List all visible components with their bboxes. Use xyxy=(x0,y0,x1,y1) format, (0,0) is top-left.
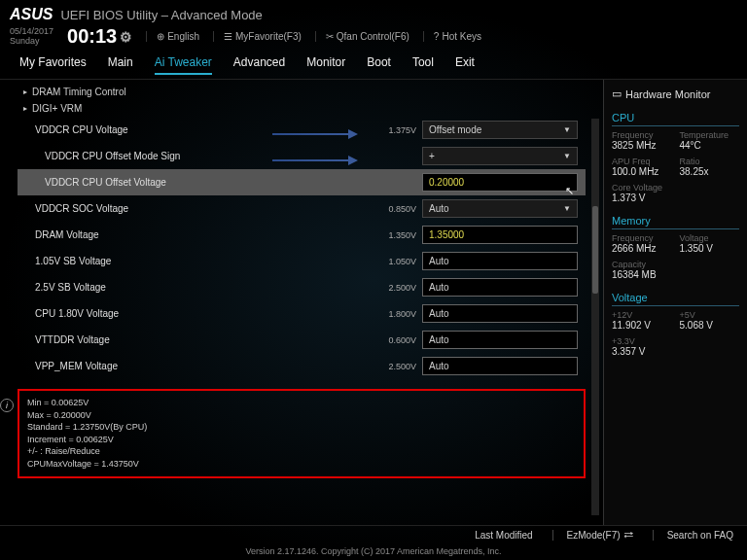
setting-25v-sb[interactable]: 2.5V SB Voltage 2.500V Auto xyxy=(18,274,586,300)
dropdown-soc[interactable]: Auto▼ xyxy=(422,199,578,218)
input-cpu180[interactable]: Auto xyxy=(422,304,578,323)
brand-logo: ASUS xyxy=(10,6,53,23)
ezmode-button[interactable]: EzMode(F7)⮂ xyxy=(552,530,633,541)
scrollbar-thumb[interactable] xyxy=(592,206,598,294)
setting-vddcr-soc[interactable]: VDDCR SOC Voltage 0.850V Auto▼ xyxy=(18,195,586,222)
setting-vddcr-cpu-voltage[interactable]: VDDCR CPU Voltage 1.375V Offset mode▼ xyxy=(18,117,586,143)
hw-section-voltage: Voltage xyxy=(612,286,739,306)
tab-main[interactable]: Main xyxy=(108,55,133,75)
input-offset-voltage[interactable]: 0.20000 xyxy=(422,173,578,192)
question-icon: ? xyxy=(434,31,440,42)
setting-vpp-mem[interactable]: VPP_MEM Voltage 2.500V Auto xyxy=(18,353,586,379)
setting-dram-voltage[interactable]: DRAM Voltage 1.350V 1.35000 xyxy=(18,222,586,248)
main-tabs: My Favorites Main Ai Tweaker Advanced Mo… xyxy=(0,50,747,80)
last-modified-button[interactable]: Last Modified xyxy=(475,530,532,541)
tree-item-digi-vrm[interactable]: ▸DIGI+ VRM xyxy=(18,100,586,117)
version-text: Version 2.17.1246. Copyright (C) 2017 Am… xyxy=(0,544,747,560)
dropdown-offset-mode[interactable]: Offset mode▼ xyxy=(422,121,578,139)
input-vttddr[interactable]: Auto xyxy=(422,331,578,349)
chevron-down-icon: ▼ xyxy=(563,125,571,134)
tab-exit[interactable]: Exit xyxy=(455,55,475,75)
cursor-icon: ↖ xyxy=(565,185,574,197)
settings-panel: ↖ ▸DRAM Timing Control ▸DIGI+ VRM VDDCR … xyxy=(0,80,603,525)
search-faq-button[interactable]: Search on FAQ xyxy=(653,530,733,541)
tab-boot[interactable]: Boot xyxy=(367,55,391,75)
hw-section-memory: Memory xyxy=(612,209,739,229)
input-105sb[interactable]: Auto xyxy=(422,252,578,270)
app-title: UEFI BIOS Utility – Advanced Mode xyxy=(60,8,262,22)
info-icon: i xyxy=(0,399,14,412)
monitor-icon: ▭ xyxy=(612,88,622,100)
tab-ai-tweaker[interactable]: Ai Tweaker xyxy=(155,55,212,75)
setting-offset-voltage[interactable]: VDDCR CPU Offset Voltage 0.20000 xyxy=(18,169,586,195)
language-selector[interactable]: ⊕ English xyxy=(146,31,199,42)
hw-section-cpu: CPU xyxy=(612,106,739,126)
fan-icon: ✂ xyxy=(326,31,334,42)
input-25sb[interactable]: Auto xyxy=(422,278,578,297)
chevron-down-icon: ▼ xyxy=(563,204,571,213)
hotkeys-button[interactable]: ? Hot Keys xyxy=(423,31,481,42)
favorites-button[interactable]: ☰ MyFavorite(F3) xyxy=(213,31,302,42)
tab-tool[interactable]: Tool xyxy=(412,55,434,75)
setting-vttddr[interactable]: VTTDDR Voltage 0.600V Auto xyxy=(18,327,586,353)
chevron-down-icon: ▼ xyxy=(563,152,571,160)
scrollbar[interactable] xyxy=(591,119,599,515)
globe-icon: ⊕ xyxy=(157,31,164,42)
info-box: i Min = 0.00625V Max = 0.20000V Standard… xyxy=(18,389,586,478)
list-icon: ☰ xyxy=(224,31,232,42)
hardware-monitor-panel: ▭Hardware Monitor CPU Frequency3825 MHz … xyxy=(603,80,747,525)
input-dram-voltage[interactable]: 1.35000 xyxy=(422,226,578,244)
setting-105v-sb[interactable]: 1.05V SB Voltage 1.050V Auto xyxy=(18,248,586,274)
setting-offset-mode-sign[interactable]: VDDCR CPU Offset Mode Sign +▼ xyxy=(18,143,586,169)
tab-advanced[interactable]: Advanced xyxy=(233,55,285,75)
setting-cpu-180v[interactable]: CPU 1.80V Voltage 1.800V Auto xyxy=(18,300,586,327)
gear-icon[interactable]: ⚙ xyxy=(120,29,132,45)
tree-item-dram-timing[interactable]: ▸DRAM Timing Control xyxy=(18,84,586,100)
qfan-button[interactable]: ✂ Qfan Control(F6) xyxy=(315,31,409,42)
tab-monitor[interactable]: Monitor xyxy=(306,55,345,75)
tab-favorites[interactable]: My Favorites xyxy=(19,55,87,75)
input-vppmem[interactable]: Auto xyxy=(422,357,578,375)
clock-time: 00:13 xyxy=(67,25,117,48)
dropdown-sign[interactable]: +▼ xyxy=(422,147,578,165)
swap-icon: ⮂ xyxy=(623,530,633,541)
day-text: Sunday xyxy=(10,37,53,47)
